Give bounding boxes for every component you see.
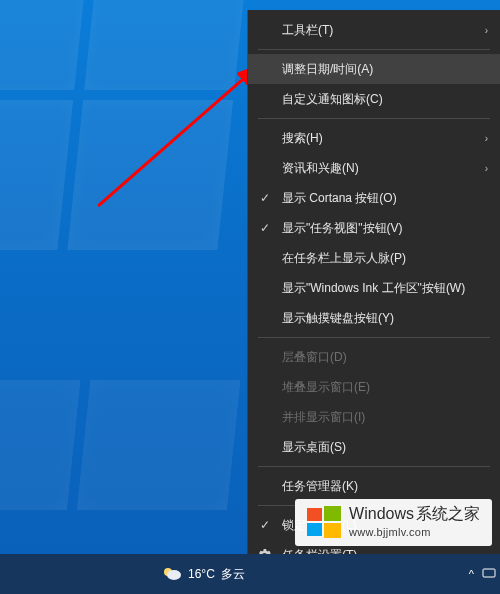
- chevron-right-icon: ›: [485, 163, 488, 174]
- menu-show-task-view-button[interactable]: ✓ 显示"任务视图"按钮(V): [248, 213, 500, 243]
- menu-label: 显示桌面(S): [282, 439, 346, 456]
- weather-condition: 多云: [221, 566, 245, 583]
- watermark-url: www.bjjmlv.com: [349, 526, 431, 538]
- chevron-right-icon: ›: [485, 25, 488, 36]
- menu-separator: [258, 118, 490, 119]
- menu-show-touch-keyboard-button[interactable]: 显示触摸键盘按钮(Y): [248, 303, 500, 333]
- menu-label: 堆叠显示窗口(E): [282, 379, 370, 396]
- system-tray[interactable]: ^: [469, 566, 500, 583]
- weather-widget[interactable]: 16°C 多云: [162, 565, 245, 584]
- menu-separator: [258, 49, 490, 50]
- menu-separator: [258, 337, 490, 338]
- menu-task-manager[interactable]: 任务管理器(K): [248, 471, 500, 501]
- svg-point-6: [167, 570, 181, 580]
- weather-icon: [162, 565, 182, 584]
- tray-overflow-icon[interactable]: ^: [469, 568, 474, 580]
- menu-adjust-datetime[interactable]: 调整日期/时间(A): [248, 54, 500, 84]
- chevron-right-icon: ›: [485, 133, 488, 144]
- menu-label: 显示"Windows Ink 工作区"按钮(W): [282, 280, 465, 297]
- menu-label: 任务管理器(K): [282, 478, 358, 495]
- menu-toolbars[interactable]: 工具栏(T) ›: [248, 15, 500, 45]
- menu-label: 显示触摸键盘按钮(Y): [282, 310, 394, 327]
- menu-label: 搜索(H): [282, 130, 323, 147]
- menu-side-by-side-windows: 并排显示窗口(I): [248, 402, 500, 432]
- menu-customize-notification-icons[interactable]: 自定义通知图标(C): [248, 84, 500, 114]
- svg-rect-2: [324, 506, 341, 521]
- menu-cascade-windows: 层叠窗口(D): [248, 342, 500, 372]
- menu-news-interests[interactable]: 资讯和兴趣(N) ›: [248, 153, 500, 183]
- taskbar[interactable]: 16°C 多云 ^: [0, 554, 500, 594]
- weather-temperature: 16°C: [188, 567, 215, 581]
- menu-show-cortana-button[interactable]: ✓ 显示 Cortana 按钮(O): [248, 183, 500, 213]
- windows-logo-icon: [307, 505, 341, 539]
- checkmark-icon: ✓: [258, 518, 272, 532]
- menu-label: 资讯和兴趣(N): [282, 160, 359, 177]
- menu-show-people-on-taskbar[interactable]: 在任务栏上显示人脉(P): [248, 243, 500, 273]
- tray-icon[interactable]: [482, 566, 496, 583]
- menu-label: 调整日期/时间(A): [282, 61, 373, 78]
- svg-rect-7: [483, 569, 495, 577]
- svg-rect-4: [324, 523, 341, 538]
- menu-stack-windows: 堆叠显示窗口(E): [248, 372, 500, 402]
- menu-label: 显示 Cortana 按钮(O): [282, 190, 397, 207]
- windows-logo-backdrop: [0, 380, 291, 580]
- checkmark-icon: ✓: [258, 221, 272, 235]
- menu-label: 在任务栏上显示人脉(P): [282, 250, 406, 267]
- watermark: Windows 系统之家 www.bjjmlv.com: [295, 499, 492, 546]
- menu-label: 显示"任务视图"按钮(V): [282, 220, 403, 237]
- checkmark-icon: ✓: [258, 191, 272, 205]
- svg-rect-1: [307, 508, 322, 521]
- watermark-text: Windows 系统之家 www.bjjmlv.com: [349, 505, 480, 540]
- menu-search[interactable]: 搜索(H) ›: [248, 123, 500, 153]
- menu-separator: [258, 466, 490, 467]
- menu-label: 并排显示窗口(I): [282, 409, 365, 426]
- menu-label: 工具栏(T): [282, 22, 333, 39]
- menu-label: 层叠窗口(D): [282, 349, 347, 366]
- watermark-suffix: 系统之家: [416, 505, 480, 523]
- svg-rect-3: [307, 523, 322, 536]
- menu-label: 自定义通知图标(C): [282, 91, 383, 108]
- menu-show-desktop[interactable]: 显示桌面(S): [248, 432, 500, 462]
- watermark-brand: Windows: [349, 505, 414, 523]
- menu-show-windows-ink-button[interactable]: 显示"Windows Ink 工作区"按钮(W): [248, 273, 500, 303]
